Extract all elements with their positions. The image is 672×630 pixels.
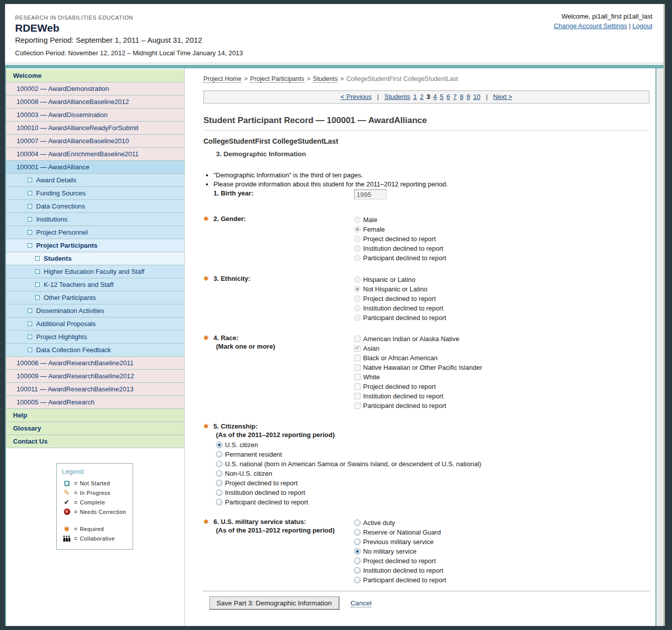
reporting-period: Reporting Period: September 1, 2011 – Au… (15, 36, 243, 44)
sidebar-item-label: Award Details (36, 174, 76, 186)
not-started-icon (28, 204, 32, 208)
pager-page-9[interactable]: 9 (467, 93, 470, 100)
option-project-declined-to-report: Project declined to report (216, 478, 649, 488)
sidebar-item-funding-sources[interactable]: Funding Sources (6, 187, 184, 200)
form-section-title: 3. Demographic Information (216, 150, 649, 158)
sidebar-item-label: 100001 — AwardAlliance (17, 161, 89, 173)
sidebar-item-100009-awardresearchbaseline2012[interactable]: 100009 — AwardResearchBaseline2012 (6, 370, 184, 383)
sidebar-item-project-participants[interactable]: Project Participants (6, 239, 184, 252)
pager-separator: | (377, 93, 379, 100)
sidebar-item-other-participants[interactable]: Other Participants (6, 291, 184, 304)
sidebar-item-k-12-teachers-and-staff[interactable]: K-12 Teachers and Staff (6, 278, 184, 291)
cancel-link[interactable]: Cancel (351, 599, 372, 607)
sidebar-item-label: Other Participants (44, 291, 96, 304)
question-title: 4. Race: (213, 334, 239, 342)
legend-title: Legend (62, 468, 131, 475)
radio-previous-military-service[interactable] (354, 539, 361, 545)
sidebar-item-100002-awarddemonstration[interactable]: 100002 — AwardDemonstration (6, 82, 184, 95)
radio-u-s-national-born-in-american-samoa-or-swains-island-or-descendent-of-u-s-national[interactable] (216, 461, 222, 467)
pager-page-6[interactable]: 6 (446, 93, 450, 100)
sidebar-item-award-details[interactable]: Award Details (6, 174, 184, 187)
breadcrumb-link-students[interactable]: Students (313, 75, 338, 83)
radio-male (354, 217, 361, 223)
breadcrumb-link-project-participants[interactable]: Project Participants (250, 75, 304, 83)
radio-no-military-service[interactable] (354, 548, 361, 555)
sidebar-nav: Welcome100002 — AwardDemonstration100008… (6, 69, 184, 448)
sidebar-item-data-corrections[interactable]: Data Corrections (6, 200, 184, 213)
radio-participant-declined-to-report[interactable] (216, 499, 222, 505)
option-participant-declined-to-report: Participant declined to report (354, 401, 482, 410)
save-button[interactable]: Save Part 3: Demographic Information (209, 596, 340, 610)
sidebar-item-100004-awardenrichmentbaseline2011[interactable]: 100004 — AwardEnrichmentBaseline2011 (6, 148, 184, 161)
collaborative-icon (62, 535, 72, 543)
option-label: Participant declined to report (363, 254, 446, 262)
option-active-duty: Active duty (354, 518, 446, 528)
pager-next-link[interactable]: Next > (493, 93, 512, 100)
sidebar-item-project-highlights[interactable]: Project Highlights (6, 331, 184, 344)
question-options: U.S. citizenPermanent residentU.S. natio… (216, 440, 649, 507)
radio-not-hispanic-or-latino (354, 286, 361, 292)
sidebar-item-welcome[interactable]: Welcome (6, 69, 184, 82)
sidebar-item-additional-proposals[interactable]: Additional Proposals (6, 318, 184, 331)
pager-page-2[interactable]: 2 (420, 93, 423, 100)
sidebar-item-data-collection-feedback[interactable]: Data Collection Feedback (6, 344, 184, 357)
sidebar-item-100008-awardalliancebaseline2012[interactable]: 100008 — AwardAllianceBaseline2012 (6, 95, 184, 109)
sidebar-item-contact-us[interactable]: Contact Us (6, 435, 184, 448)
change-account-settings-link[interactable]: Change Account Settings (554, 22, 627, 30)
intro-bullets: "Demographic Information" is the third o… (203, 171, 649, 188)
radio-project-declined-to-report[interactable] (216, 480, 222, 486)
logout-link[interactable]: Logout (632, 22, 652, 30)
sidebar-item-100005-awardresearch[interactable]: 100005 — AwardResearch (6, 396, 184, 409)
not-started-icon (35, 269, 40, 274)
question-label: ✱2. Gender: (203, 215, 354, 223)
pager-separator: | (486, 93, 487, 100)
sidebar-item-glossary[interactable]: Glossary (6, 422, 184, 435)
option-label: Previous military service (363, 538, 433, 546)
option-label: Institution declined to report (225, 489, 305, 496)
sidebar-item-higher-education-faculty-and-staff[interactable]: Higher Education Faculty and Staff (6, 265, 184, 278)
sidebar-item-help[interactable]: Help (6, 409, 184, 422)
pager-students-link[interactable]: Students (384, 93, 410, 100)
checkbox-black-or-african-american (354, 355, 361, 361)
radio-non-u-s-citizen[interactable] (216, 470, 222, 477)
option-label: Non-U.S. citizen (225, 470, 272, 477)
sidebar-item-100006-awardresearchbaseline2011[interactable]: 100006 — AwardResearchBaseline2011 (6, 357, 184, 370)
radio-institution-declined-to-report[interactable] (354, 567, 361, 574)
radio-project-declined-to-report[interactable] (354, 558, 361, 564)
radio-institution-declined-to-report[interactable] (216, 489, 222, 496)
sidebar-item-100003-awarddissemination[interactable]: 100003 — AwardDissemination (6, 109, 184, 122)
checkbox-american-indian-or-alaska-native (354, 336, 361, 342)
radio-permanent-resident[interactable] (216, 451, 222, 458)
sidebar-item-students[interactable]: Students (6, 252, 184, 265)
pager-page-8[interactable]: 8 (460, 93, 463, 100)
pager-page-1[interactable]: 1 (413, 93, 417, 100)
question-label: 1. Birth year: (203, 189, 354, 197)
sidebar-item-project-personnel[interactable]: Project Personnel (6, 226, 184, 239)
radio-participant-declined-to-report[interactable] (354, 577, 361, 583)
option-label: Project declined to report (363, 557, 436, 565)
radio-u-s-citizen[interactable] (216, 442, 222, 448)
option-label: Not Hispanic or Latino (363, 285, 427, 293)
option-male: Male (354, 215, 446, 225)
option-label: Asian (363, 345, 380, 352)
legend-row: =In Progress (62, 488, 131, 497)
sidebar-item-100001-awardalliance[interactable]: 100001 — AwardAlliance (6, 161, 184, 174)
sidebar-item-label: Higher Education Faculty and Staff (44, 265, 145, 278)
pager-previous-link[interactable]: < Previous (341, 93, 372, 100)
option-participant-declined-to-report: Participant declined to report (354, 313, 446, 323)
radio-active-duty[interactable] (354, 519, 361, 526)
page: RESEARCH IN DISABILITIES EDUCATION RDEWe… (5, 4, 665, 626)
sidebar-item-institutions[interactable]: Institutions (6, 213, 184, 226)
option-label: White (363, 373, 380, 381)
pager-page-4[interactable]: 4 (433, 93, 437, 100)
sidebar-item-100010-awardalliancereadyforsubmit[interactable]: 100010 — AwardAllianceReadyForSubmit (6, 122, 184, 135)
legend-label: Not Started (80, 480, 110, 486)
pager-page-7[interactable]: 7 (453, 93, 457, 100)
pager-page-10[interactable]: 10 (473, 93, 480, 100)
sidebar-item-dissemination-activities[interactable]: Dissemination Activities (6, 304, 184, 318)
sidebar-item-100011-awardresearchbaseline2013[interactable]: 100011 — AwardResearchBaseline2013 (6, 383, 184, 396)
radio-reserve-or-national-guard[interactable] (354, 529, 361, 536)
breadcrumb-link-project-home[interactable]: Project Home (203, 75, 242, 83)
sidebar-item-100007-awardalliancebaseline2010[interactable]: 100007 — AwardAllianceBaseline2010 (6, 135, 184, 148)
pager-page-5[interactable]: 5 (440, 93, 443, 100)
